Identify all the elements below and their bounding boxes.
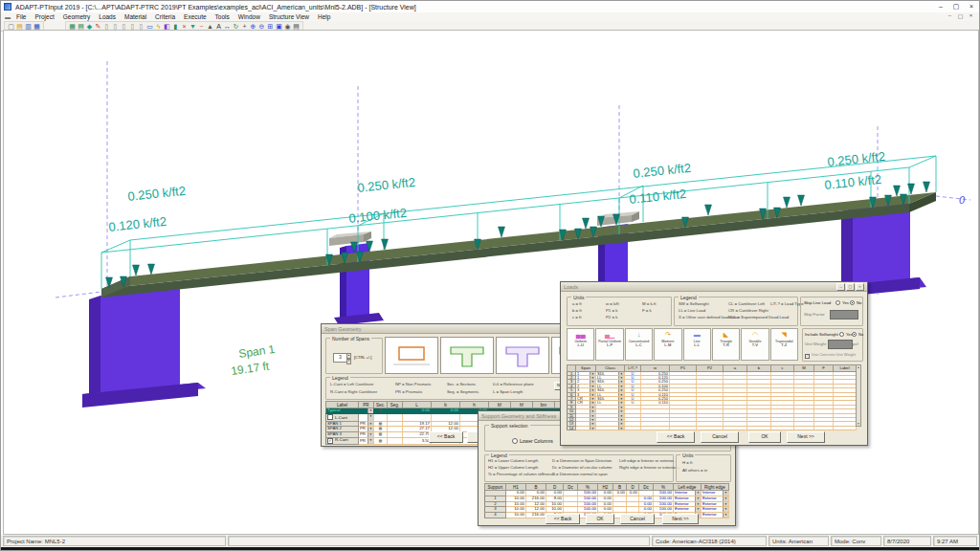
menu-item[interactable]: Tools (215, 13, 230, 20)
span-dialog-title: Span Geometry (324, 326, 362, 332)
code-panel: Code: American-ACI318 (2014) (652, 536, 767, 546)
column-header: Right edge (702, 484, 729, 491)
menu-item[interactable]: Execute (184, 13, 207, 20)
mdi-restore-button[interactable]: ▢ (955, 12, 966, 19)
loads-table-scrollbar[interactable] (856, 364, 861, 427)
mdi-child-icon: ▬ (5, 14, 11, 20)
rcant-checkbox[interactable]: ✓ (327, 438, 333, 444)
column-header: B (613, 484, 627, 491)
load-type-tile[interactable]: ↓ Concentrated L-C (625, 328, 653, 361)
project-name-panel: Project Name: MNL5-2 (3, 536, 226, 546)
sections-icon[interactable]: ▦ (375, 427, 386, 431)
units-item: a = ft (572, 301, 582, 306)
ok-button[interactable]: OK (748, 431, 781, 443)
dialog-close-button[interactable]: × (856, 283, 864, 291)
section-flanged-tile[interactable] (496, 337, 549, 374)
sections-icon[interactable]: ▦ (375, 408, 386, 413)
cancel-button[interactable]: Cancel (620, 514, 655, 524)
time-panel: 9:27 AM (933, 536, 977, 546)
ok-button[interactable]: OK (586, 514, 614, 524)
support-selection-label: Support selection (489, 423, 530, 429)
sw-yes-radio[interactable]: Yes (839, 332, 853, 337)
units-item: All others = in (682, 468, 707, 473)
next-button[interactable]: Next >> (787, 431, 825, 443)
legend-item: SW = Selfweight (679, 301, 709, 306)
lower-columns-radio[interactable]: Lower Columns (512, 438, 553, 444)
menu-item[interactable]: Criteria (155, 13, 175, 20)
mdi-minimize-button[interactable]: – (945, 12, 955, 19)
legend-item: H1 = Lower Column Length (488, 458, 538, 463)
units-item: c = ft (572, 315, 581, 320)
skip-yes-radio[interactable]: Yes (835, 300, 849, 305)
column-header: PR (359, 402, 374, 408)
menu-item[interactable]: Material (124, 13, 146, 20)
sections-icon[interactable]: ▦ (375, 439, 386, 444)
menu-item[interactable]: File (16, 13, 26, 20)
span-length-label: 19.17 ft (230, 359, 270, 378)
mdi-close-button[interactable]: × (966, 12, 976, 19)
close-button[interactable]: × (964, 1, 979, 12)
section-rectangular-tile[interactable] (385, 337, 438, 374)
sw-no-radio[interactable]: No (852, 332, 863, 337)
load-type-tile[interactable]: ▬ Line L-L (683, 328, 711, 361)
units-panel: Units: American (768, 536, 829, 546)
maximize-button[interactable]: ▢ (948, 1, 964, 12)
skip-factor-input[interactable] (830, 310, 858, 320)
ctrl-hint: [CTRL +/-] (354, 355, 371, 360)
section-tee-tile[interactable] (440, 337, 494, 374)
spans-stepper[interactable]: ▲▼ (346, 353, 351, 364)
units-item: w = k/ft (606, 301, 619, 306)
number-of-spans-input[interactable]: 3 (333, 353, 347, 363)
load-type-tile[interactable]: ↷ Moment L-M (654, 328, 681, 361)
load-type-tile[interactable]: ◥ Trapezoidal T-Z (770, 328, 798, 361)
column-header: % (654, 484, 674, 491)
cancel-button[interactable]: Cancel (701, 431, 739, 443)
back-button[interactable]: << Back (657, 431, 695, 443)
legend-item: B = Dimension normal to span (552, 472, 608, 476)
load-type-tile[interactable]: ◣ Triangle T-R (712, 328, 740, 361)
loads-table[interactable]: SpanClassL/T-?wP1P2abcMFLabel 1 1 SDL U … (567, 364, 857, 430)
load-type-tile[interactable]: ▄▄ Uniform L-U (567, 328, 594, 361)
menu-item[interactable]: Geometry (63, 13, 91, 20)
back-button[interactable]: << Back (429, 431, 463, 443)
load-type-tile[interactable]: ◠ Variable T-V (741, 328, 768, 361)
menu-item[interactable]: Window (238, 13, 260, 20)
load-type-icon: ▄▄ (568, 329, 593, 340)
use-concrete-checkbox[interactable]: ✓Use Concrete Unit Weight (805, 352, 856, 359)
skip-factor-label: Skip Factor (804, 312, 825, 317)
structure-view[interactable]: 0.250 k/ft2 0.120 k/ft2 0.250 k/ft2 0.10… (3, 30, 979, 535)
loads-dialog-titlebar[interactable]: Loads – ▢ × (561, 282, 867, 292)
status-bar: Project Name: MNL5-2 Code: American-ACI3… (1, 535, 979, 547)
menu-item[interactable]: Project (34, 13, 54, 20)
menu-item[interactable]: Loads (99, 13, 116, 20)
back-button[interactable]: << Back (546, 514, 580, 524)
dialog-maximize-button[interactable]: ▢ (846, 283, 855, 291)
column-header: bm (533, 402, 555, 408)
sections-icon[interactable]: ▦ (375, 432, 386, 437)
left-wall-support[interactable] (82, 287, 206, 408)
unit-weight-input[interactable] (828, 340, 853, 349)
load-type-tile[interactable]: ▄▁ Partial Uniform L-P (595, 328, 623, 361)
minimize-button[interactable]: – (933, 1, 948, 12)
skip-no-radio[interactable]: No (850, 300, 862, 305)
load-type-icon: ◥ (771, 329, 797, 340)
include-selfweight-label: Include Selfweight (805, 332, 838, 337)
legend-item: Seg. = Segments (447, 389, 479, 394)
load-type-icon: ▬ (684, 329, 710, 340)
load-type-code: L-C (626, 343, 652, 348)
next-button[interactable]: Next >> (662, 514, 699, 524)
load-row[interactable]: 14 (568, 426, 857, 430)
app-window: ADAPT-PTInput 2019 - [C:\...APT\ADAPT-PT… (0, 0, 980, 551)
sections-icon[interactable]: ▦ (375, 422, 386, 427)
axis-zero-label: 0 (959, 194, 966, 206)
load-type-code: L-P (596, 343, 622, 348)
dialog-minimize-button[interactable]: – (836, 283, 845, 291)
column-header: Seg. (388, 402, 403, 408)
menu-item[interactable]: Help (318, 13, 330, 20)
menu-item[interactable]: Structure View (269, 13, 309, 20)
loads-dialog[interactable]: Loads – ▢ × Units a = ft b = ft c = ft w… (560, 281, 868, 446)
lcant-checkbox[interactable] (327, 414, 333, 420)
legend-item: H2 = Upper Column Length (488, 465, 538, 470)
legend-item: L-Cant = Left Cantilever (330, 382, 374, 386)
app-icon (4, 3, 11, 11)
